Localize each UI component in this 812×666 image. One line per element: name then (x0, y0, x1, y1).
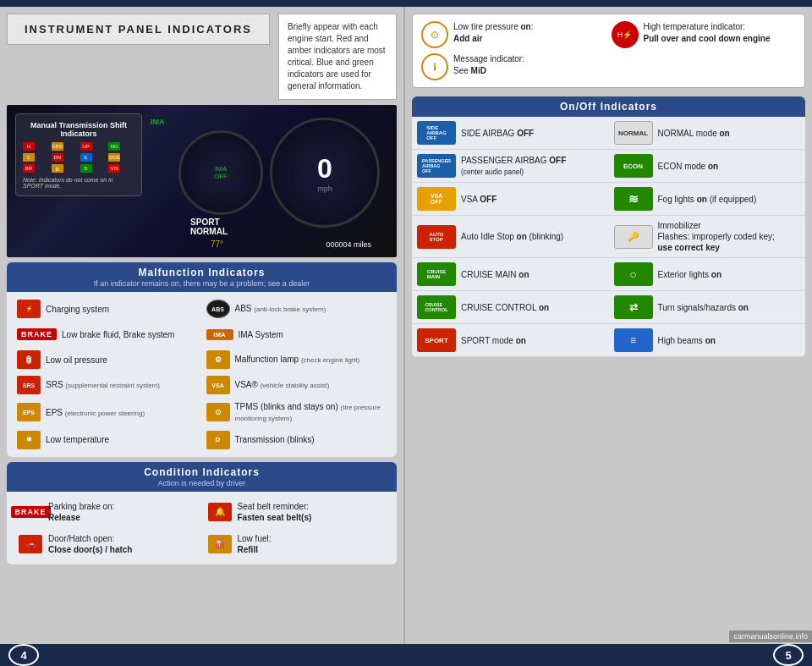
dash-ind: UP (80, 142, 92, 151)
tachometer: IMAOFF (178, 130, 263, 215)
dashboard-overlay: Manual Transmission Shift Indicators H S… (15, 113, 142, 196)
immob-label: ImmobilizerFlashes: improperly coded key… (658, 220, 775, 253)
econ-icon: ECON (614, 154, 653, 178)
mode-display: SPORTNORMAL (190, 217, 228, 236)
list-item: PASSENGERAIRBAGOFF PASSENGER AIRBAG OFF(… (412, 150, 609, 183)
list-item: BRAKE Parking brake on:Release (14, 497, 201, 527)
gauge-cluster: IMAOFF 0 mph (178, 118, 380, 228)
parking-brake-label: Parking brake on:Release (48, 501, 114, 523)
list-item: ⚡ Charging system (14, 297, 201, 321)
list-item: ECON ECON mode on (609, 150, 806, 183)
fuel-label: Low fuel:Refill (238, 533, 272, 555)
list-item: ⇄ Turn signals/hazards on (609, 291, 806, 324)
dash-ind: DN (52, 153, 63, 162)
cruise-main-label: CRUISE MAIN on (461, 269, 529, 280)
list-item: NORMAL NORMAL mode on (609, 117, 806, 150)
malfunction-grid: ⚡ Charging system ABS ABS (anti-lock bra… (14, 297, 390, 452)
tire-pressure-label: Low tire pressure on:Add air (453, 21, 533, 45)
right-panel: ⊙ Low tire pressure on:Add air H⚡ High t… (405, 7, 812, 644)
page-number-left: 4 (8, 644, 39, 666)
trans-icon: D (206, 431, 230, 449)
note-box: Briefly appear with each engine start. R… (278, 14, 397, 100)
title-text: INSTRUMENT PANEL INDICATORS (25, 23, 252, 36)
placeholder-item (612, 53, 797, 80)
pass-airbag-label: PASSENGER AIRBAG OFF(center audio panel) (461, 155, 566, 177)
bottom-bar: 4 5 (0, 644, 812, 666)
on-off-grid: SIDEAIRBAGOFF SIDE AIRBAG OFF NORMAL NOR… (412, 117, 805, 357)
cruise-main-icon: CRUISEMAIN (417, 262, 456, 286)
vsa-label: VSA® (vehicle stability assist) (235, 379, 330, 390)
side-airbag-icon: SIDEAIRBAGOFF (417, 121, 456, 145)
list-item: ○ Exterior lights on (609, 258, 806, 291)
list-item: 🔔 Seat belt reminder:Fasten seat belt(s) (203, 497, 391, 527)
list-item: ⚙ Malfunction lamp (check engine light) (203, 348, 391, 372)
list-item: SPORT SPORT mode on (412, 324, 609, 357)
malfunction-subtitle: If an indicator remains on, there may be… (15, 279, 388, 288)
parking-brake-icon: BRAKE (17, 501, 44, 523)
on-off-title: On/Off Indicators (420, 101, 797, 113)
list-item: AUTOSTOP Auto Idle Stop on (blinking) (412, 216, 609, 258)
list-item: BRAKE Low brake fluid, Brake system (14, 322, 201, 346)
trans-label: Transmission (blinks) (235, 434, 315, 445)
side-airbag-label: SIDE AIRBAG OFF (461, 128, 534, 139)
list-item: 🔑 ImmobilizerFlashes: improperly coded k… (609, 216, 806, 258)
high-temp-item: H⚡ High temperature indicator:Pull over … (612, 21, 797, 48)
fuel-icon: ⛽ (206, 533, 233, 555)
condition-section: Condition Indicators Action is needed by… (7, 462, 397, 564)
malfunction-header: Malfunction Indicators If an indicator r… (7, 262, 397, 292)
dashboard-area: Manual Transmission Shift Indicators H S… (7, 105, 397, 257)
message-item: ℹ Message indicator:See MiD (421, 53, 606, 80)
malfunction-lamp-label: Malfunction lamp (check engine light) (235, 354, 360, 365)
srs-label: SRS (supplemental restraint system) (46, 379, 160, 390)
autostop-label: Auto Idle Stop on (blinking) (461, 231, 563, 242)
high-temp-label: High temperature indicator:Pull over and… (644, 21, 771, 45)
low-temp-icon: ❄ (17, 431, 41, 449)
list-item: ≡ High beams on (609, 324, 806, 357)
charging-label: Charging system (46, 304, 109, 315)
page-number-right: 5 (773, 644, 804, 666)
top-bar (0, 0, 812, 7)
list-item: ABS ABS (anti-lock brake system) (203, 297, 391, 321)
exterior-label: Exterior lights on (658, 269, 722, 280)
list-item: IMA IMA System (203, 322, 391, 346)
overlay-note: Note: Indicators do not come on in SPORT… (23, 177, 134, 189)
list-item: ≋ Fog lights on (if equipped) (609, 183, 806, 216)
title-section: INSTRUMENT PANEL INDICATORS Briefly appe… (7, 14, 397, 100)
dash-ind: BR (23, 164, 35, 173)
dash-indicators-grid: H SRS UP NO C DN E SIDE BR ⚙ D VIS (23, 142, 134, 173)
page-title: INSTRUMENT PANEL INDICATORS (7, 14, 270, 45)
exterior-icon: ○ (614, 262, 653, 286)
list-item: ⊙ TPMS (blinks and stays on) (tire press… (203, 399, 391, 427)
list-item: SIDEAIRBAGOFF SIDE AIRBAG OFF (412, 117, 609, 150)
econ-label: ECON mode on (658, 161, 719, 172)
tpms-label: TPMS (blinks and stays on) (tire pressur… (235, 401, 387, 424)
list-item: VSAOFF VSA OFF (412, 183, 609, 216)
ima-display: IMA (151, 118, 165, 126)
vsa-icon: VSA (206, 376, 230, 394)
speedometer: 0 mph (270, 118, 380, 228)
vsa-off-label: VSA OFF (461, 194, 497, 205)
dashboard-bg: Manual Transmission Shift Indicators H S… (7, 105, 397, 257)
on-off-section: On/Off Indicators SIDEAIRBAGOFF SIDE AIR… (412, 96, 805, 357)
speed-value: 0 (317, 153, 332, 184)
fog-label: Fog lights on (if equipped) (658, 194, 757, 205)
list-item: 🚗 Door/Hatch open:Close door(s) / hatch (14, 529, 201, 559)
malfunction-section: Malfunction Indicators If an indicator r… (7, 262, 397, 457)
autostop-icon: AUTOSTOP (417, 225, 456, 249)
cruise-ctrl-label: CRUISE CONTROL on (461, 302, 549, 313)
cruise-ctrl-icon: CRUISECONTROL (417, 295, 456, 319)
pass-airbag-icon: PASSENGERAIRBAGOFF (417, 154, 456, 178)
watermark: carmanualsonline.info (729, 630, 812, 642)
speed-unit: mph (317, 184, 332, 193)
on-off-header: On/Off Indicators (412, 96, 805, 117)
highbeam-label: High beams on (658, 335, 716, 346)
turn-icon: ⇄ (614, 295, 653, 319)
engine-icon: ⚙ (206, 350, 230, 369)
list-item: EPS EPS (electronic power steering) (14, 399, 201, 427)
brake-badge: BRAKE (17, 328, 57, 340)
door-icon: 🚗 (17, 533, 44, 555)
dash-ind: D (80, 164, 92, 173)
malfunction-title: Malfunction Indicators (15, 267, 388, 278)
note-text: Briefly appear with each engine start. R… (288, 22, 386, 91)
overlay-title: Manual Transmission Shift Indicators (23, 121, 134, 138)
